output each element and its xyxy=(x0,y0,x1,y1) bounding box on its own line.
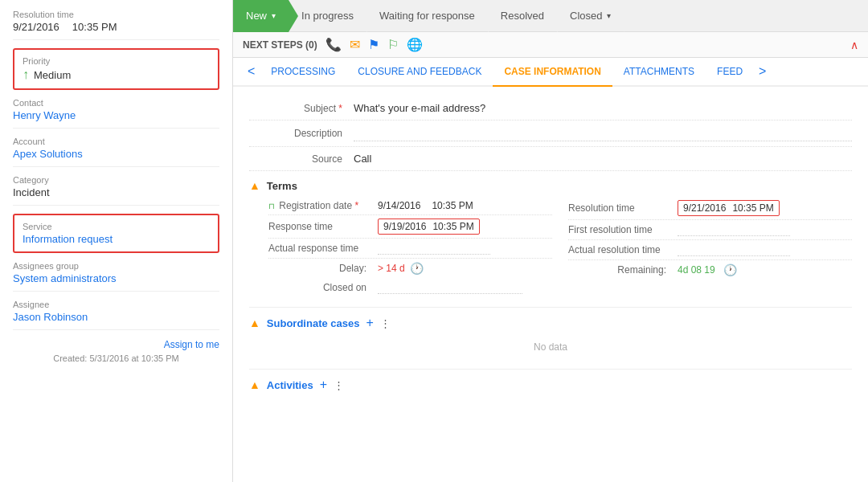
remaining-value: 4d 08 19 xyxy=(678,264,715,276)
collapse-button[interactable]: ∧ xyxy=(850,39,858,51)
step-new-label: New xyxy=(246,10,267,22)
main-panel: New ▾ In progress Waiting for response R… xyxy=(233,0,868,482)
actual-response-label: Actual response time xyxy=(268,243,373,254)
tab-feed[interactable]: FEED xyxy=(706,58,754,87)
workflow-step-inprogress[interactable]: In progress xyxy=(289,0,366,32)
subordinate-cases-more-button[interactable]: ⋮ xyxy=(380,317,391,329)
assignees-group-value[interactable]: System administrators xyxy=(13,272,219,284)
closed-on-value xyxy=(378,281,522,294)
source-value: Call xyxy=(354,153,852,165)
globe-icon[interactable]: 🌐 xyxy=(407,37,423,52)
response-time-highlight: 9/19/2016 10:35 PM xyxy=(378,219,480,235)
step-waiting-label: Waiting for response xyxy=(379,10,475,22)
step-closed-label: Closed xyxy=(570,10,602,22)
category-label: Category xyxy=(13,175,219,185)
phone-icon[interactable]: 📞 xyxy=(326,37,342,52)
subject-row: Subject * What's your e-mail address? xyxy=(249,96,852,120)
source-row: Source Call xyxy=(249,147,852,171)
closed-on-label: Closed on xyxy=(268,282,373,293)
terms-section-header: ▲ Terms xyxy=(249,179,852,192)
description-row: Description xyxy=(249,120,852,147)
registration-date: 9/14/2016 xyxy=(378,200,420,211)
tab-prev-button[interactable]: < xyxy=(243,64,260,79)
activities-toggle-icon[interactable]: ▲ xyxy=(249,378,260,391)
first-resolution-value xyxy=(678,223,790,236)
assignees-group-field: Assignees group System administrators xyxy=(13,261,219,292)
assignee-label: Assignee xyxy=(13,300,219,309)
delay-clock-icon: 🕐 xyxy=(410,262,424,275)
terms-toggle-icon[interactable]: ▲ xyxy=(249,179,260,192)
response-date: 9/19/2016 xyxy=(383,221,426,232)
tab-case-information[interactable]: CASE INFORMATION xyxy=(493,58,612,87)
remaining-row: Remaining: 4d 08 19 🕐 xyxy=(568,260,852,280)
description-value[interactable] xyxy=(354,125,852,141)
activities-more-button[interactable]: ⋮ xyxy=(334,379,344,391)
assignee-field: Assignee Jason Robinson xyxy=(13,300,219,330)
response-time-label: Response time xyxy=(268,221,373,232)
priority-box: Priority ↑ Medium xyxy=(13,48,219,90)
subject-required-marker: * xyxy=(336,103,342,114)
resolution-terms-date: 9/21/2016 xyxy=(683,202,726,214)
resolution-time-terms-label: Resolution time xyxy=(568,202,673,214)
flag-blue-icon[interactable]: ⚑ xyxy=(368,37,379,52)
remaining-clock-icon: 🕐 xyxy=(723,263,737,276)
activities-header: ▲ Activities + ⋮ xyxy=(249,369,852,392)
step-resolved-label: Resolved xyxy=(501,10,544,22)
closed-on-row: Closed on xyxy=(268,278,552,297)
subordinate-cases-add-button[interactable]: + xyxy=(366,316,373,330)
contact-label: Contact xyxy=(13,98,219,108)
source-label: Source xyxy=(249,153,354,165)
workflow-bar: New ▾ In progress Waiting for response R… xyxy=(233,0,868,32)
subordinate-cases-title: Subordinate cases xyxy=(267,317,360,329)
account-field: Account Apex Solutions xyxy=(13,137,219,167)
tab-attachments[interactable]: ATTACHMENTS xyxy=(612,58,706,87)
flag-green-icon[interactable]: ⚐ xyxy=(387,37,399,52)
resolution-time-field: Resolution time 9/21/2016 10:35 PM xyxy=(13,10,219,40)
actual-resolution-row: Actual resolution time xyxy=(568,240,852,260)
priority-value: Medium xyxy=(34,69,71,81)
assignees-group-label: Assignees group xyxy=(13,261,219,271)
service-value[interactable]: Information request xyxy=(23,233,210,245)
workflow-step-waiting[interactable]: Waiting for response xyxy=(366,0,488,32)
actual-response-row: Actual response time xyxy=(268,239,552,259)
tab-next-button[interactable]: > xyxy=(754,64,771,79)
activities-add-button[interactable]: + xyxy=(320,378,327,392)
tab-processing[interactable]: PROCESSING xyxy=(260,58,346,87)
service-box: Service Information request xyxy=(13,214,219,253)
registration-date-row: ⊓ Registration date * 9/14/2016 10:35 PM xyxy=(268,197,552,215)
assign-to-me-link[interactable]: Assign to me xyxy=(164,339,219,350)
tab-closure-feedback[interactable]: CLOSURE AND FEEDBACK xyxy=(346,58,493,87)
priority-arrow-icon: ↑ xyxy=(23,67,29,82)
delay-value: > 14 d xyxy=(378,263,405,274)
tabs-bar: < PROCESSING CLOSURE AND FEEDBACK CASE I… xyxy=(233,58,868,87)
terms-left-col: ⊓ Registration date * 9/14/2016 10:35 PM… xyxy=(268,197,552,297)
actual-resolution-label: Actual resolution time xyxy=(568,244,673,255)
assignee-value[interactable]: Jason Robinson xyxy=(13,311,219,323)
subject-value[interactable]: What's your e-mail address? xyxy=(354,102,852,114)
first-resolution-label: First resolution time xyxy=(568,224,673,235)
service-label: Service xyxy=(23,222,210,231)
activities-title: Activities xyxy=(267,379,313,391)
workflow-step-resolved[interactable]: Resolved xyxy=(488,0,557,32)
category-value: Incident xyxy=(13,186,219,198)
step-closed-dropdown-icon[interactable]: ▾ xyxy=(607,11,611,20)
subordinate-toggle-icon[interactable]: ▲ xyxy=(249,317,260,329)
category-field: Category Incident xyxy=(13,175,219,206)
delay-row: Delay: > 14 d 🕐 xyxy=(268,259,552,278)
step-inprogress-label: In progress xyxy=(301,10,354,22)
resolution-clock: 10:35 PM xyxy=(72,21,117,33)
content-area: Subject * What's your e-mail address? De… xyxy=(233,87,868,482)
workflow-step-closed[interactable]: Closed ▾ xyxy=(557,0,624,32)
description-label: Description xyxy=(249,128,354,139)
workflow-step-new[interactable]: New ▾ xyxy=(233,0,289,32)
subordinate-cases-no-data: No data xyxy=(249,335,852,359)
contact-value[interactable]: Henry Wayne xyxy=(13,109,219,121)
registration-date-label: ⊓ Registration date * xyxy=(268,200,373,211)
terms-title: Terms xyxy=(267,180,297,192)
step-new-dropdown-icon[interactable]: ▾ xyxy=(272,11,276,20)
subordinate-cases-header: ▲ Subordinate cases + ⋮ xyxy=(249,307,852,330)
subject-label: Subject * xyxy=(249,103,354,114)
terms-right-col: Resolution time 9/21/2016 10:35 PM First… xyxy=(568,197,852,297)
email-icon[interactable]: ✉ xyxy=(350,37,360,52)
account-value[interactable]: Apex Solutions xyxy=(13,148,219,160)
